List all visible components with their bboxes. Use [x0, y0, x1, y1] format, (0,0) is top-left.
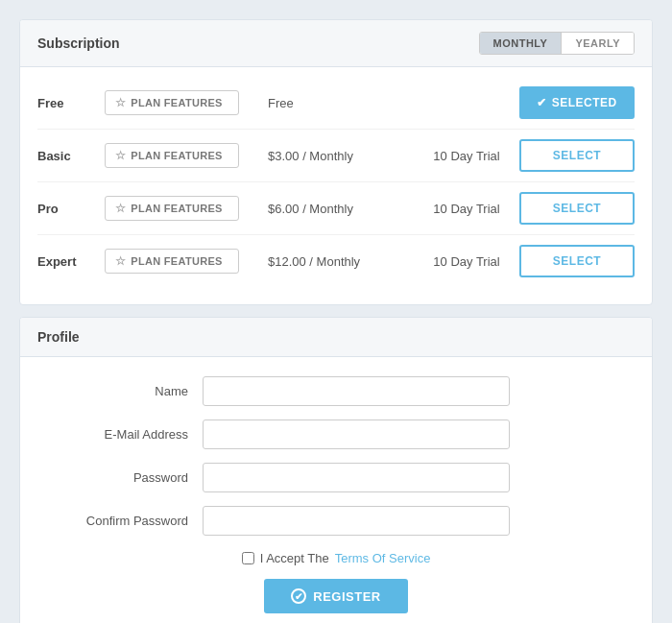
plan-features-label: PLAN FEATURES — [131, 255, 222, 267]
plan-row-expert: Expert ☆ PLAN FEATURES $12.00 / Monthly … — [37, 235, 635, 287]
star-icon: ☆ — [115, 96, 126, 109]
tos-text: I Accept The — [260, 551, 329, 565]
plan-features-label: PLAN FEATURES — [131, 203, 222, 214]
billing-yearly-button[interactable]: YEARLY — [562, 33, 634, 54]
page-wrapper: Subscription MONTHLY YEARLY Free ☆ PLAN … — [19, 19, 653, 623]
plan-select-label: SELECT — [553, 202, 601, 215]
tos-row: I Accept The Terms Of Service — [49, 551, 623, 565]
tos-link[interactable]: Terms Of Service — [335, 551, 431, 565]
plan-select-label: SELECT — [553, 254, 601, 268]
form-label-name: Name — [49, 384, 203, 398]
plan-features-button-expert[interactable]: ☆ PLAN FEATURES — [105, 249, 239, 274]
subscription-header: Subscription MONTHLY YEARLY — [20, 20, 652, 67]
form-input-password[interactable] — [203, 463, 510, 492]
form-row-email: E-Mail Address — [49, 419, 623, 449]
subscription-title: Subscription — [37, 36, 120, 51]
plan-select-button-basic[interactable]: SELECT — [519, 139, 635, 172]
plan-table: Free ☆ PLAN FEATURES Free ✔ SELECTED Bas… — [20, 67, 652, 304]
billing-toggle: MONTHLY YEARLY — [479, 32, 635, 55]
plan-row-free: Free ☆ PLAN FEATURES Free ✔ SELECTED — [37, 77, 635, 130]
billing-monthly-button[interactable]: MONTHLY — [480, 33, 563, 54]
plan-name-expert: Expert — [37, 254, 105, 269]
plan-select-label: SELECT — [553, 149, 601, 162]
checkmark-icon: ✔ — [537, 96, 547, 109]
register-check-icon: ✔ — [291, 588, 306, 604]
profile-header: Profile — [20, 318, 652, 357]
profile-card: Profile Name E-Mail Address Password Con… — [19, 317, 653, 623]
form-label-password: Password — [49, 470, 203, 485]
plan-select-button-free[interactable]: ✔ SELECTED — [519, 86, 635, 119]
form-row-password: Password — [49, 463, 623, 492]
form-input-confirm-password[interactable] — [203, 506, 510, 536]
profile-title: Profile — [37, 329, 80, 345]
plan-price-pro: $6.00 / Monthly — [239, 202, 414, 216]
plan-select-label: SELECTED — [552, 96, 617, 109]
register-label: REGISTER — [313, 589, 380, 604]
plan-price-basic: $3.00 / Monthly — [239, 149, 414, 163]
register-row: ✔ REGISTER — [49, 579, 623, 613]
plan-row-basic: Basic ☆ PLAN FEATURES $3.00 / Monthly 10… — [37, 130, 635, 182]
register-button[interactable]: ✔ REGISTER — [264, 579, 407, 613]
plan-features-label: PLAN FEATURES — [131, 97, 222, 108]
plan-select-button-expert[interactable]: SELECT — [519, 245, 635, 277]
subscription-card: Subscription MONTHLY YEARLY Free ☆ PLAN … — [19, 19, 653, 305]
form-label-email: E-Mail Address — [49, 427, 203, 442]
plan-features-label: PLAN FEATURES — [131, 150, 222, 161]
star-icon: ☆ — [115, 254, 126, 268]
plan-name-free: Free — [37, 96, 105, 110]
plan-trial-pro: 10 Day Trial — [414, 202, 519, 216]
form-row-confirm-password: Confirm Password — [49, 506, 623, 536]
plan-name-pro: Pro — [37, 202, 105, 216]
plan-select-button-pro[interactable]: SELECT — [519, 192, 635, 225]
plan-trial-expert: 10 Day Trial — [414, 254, 519, 269]
plan-price-free: Free — [239, 96, 414, 110]
plan-features-button-basic[interactable]: ☆ PLAN FEATURES — [105, 143, 239, 168]
profile-body: Name E-Mail Address Password Confirm Pas… — [20, 357, 652, 623]
plan-trial-basic: 10 Day Trial — [414, 149, 519, 163]
plan-row-pro: Pro ☆ PLAN FEATURES $6.00 / Monthly 10 D… — [37, 182, 635, 235]
plan-features-button-pro[interactable]: ☆ PLAN FEATURES — [105, 196, 239, 221]
form-label-confirm-password: Confirm Password — [49, 514, 203, 528]
star-icon: ☆ — [115, 202, 126, 215]
tos-checkbox[interactable] — [242, 552, 254, 564]
form-input-email[interactable] — [203, 419, 510, 449]
plan-name-basic: Basic — [37, 149, 105, 163]
plan-features-button-free[interactable]: ☆ PLAN FEATURES — [105, 90, 239, 115]
form-input-name[interactable] — [203, 376, 510, 406]
star-icon: ☆ — [115, 149, 126, 162]
form-row-name: Name — [49, 376, 623, 406]
plan-price-expert: $12.00 / Monthly — [239, 254, 414, 269]
